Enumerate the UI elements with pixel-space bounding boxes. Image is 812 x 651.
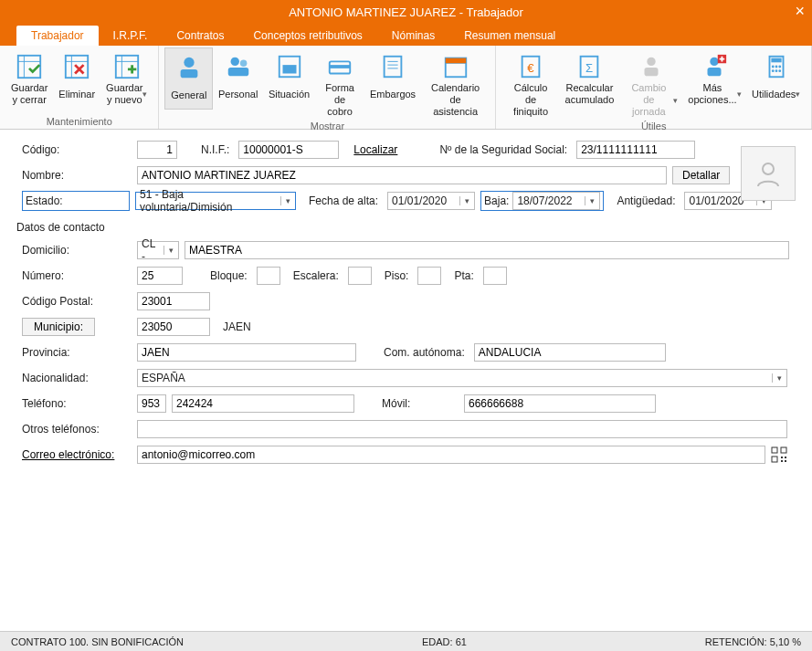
chevron-down-icon[interactable]: ▾ [772, 373, 786, 383]
codigo-label: Código: [22, 143, 132, 156]
svg-rect-7 [227, 68, 248, 76]
section-datos-contacto: Datos de contacto [16, 221, 790, 234]
baja-input[interactable]: 18/07/2022▾ [512, 192, 600, 210]
estado-select[interactable]: 51 - Baja voluntaria/Dimisión ▾ [135, 192, 296, 210]
domicilio-label: Domicilio: [22, 244, 132, 257]
group-label-mantenimiento: Mantenimiento [5, 115, 153, 129]
tab-contratos[interactable]: Contratos [162, 26, 238, 46]
recalcular-icon: Σ [573, 51, 606, 82]
svg-rect-9 [282, 65, 296, 73]
chevron-down-icon[interactable]: ▾ [459, 196, 474, 205]
svg-point-21 [711, 58, 719, 66]
situacion-icon [273, 51, 306, 82]
svg-rect-25 [771, 58, 781, 63]
codigo-input[interactable] [137, 141, 177, 159]
tab-strip: Trabajador I.R.P.F. Contratos Conceptos … [0, 24, 812, 46]
svg-point-31 [778, 69, 781, 72]
correo-label[interactable]: Correo electrónico: [22, 448, 132, 461]
svg-rect-37 [785, 457, 786, 458]
pta-input[interactable] [483, 267, 507, 285]
antiguedad-label: Antigüedad: [617, 194, 675, 207]
recalcular-button[interactable]: Σ Recalcular acumulado [560, 47, 619, 108]
forma-cobro-button[interactable]: Forma de cobro [315, 47, 364, 120]
localizar-link[interactable]: Localizar [353, 143, 397, 156]
tab-irpf[interactable]: I.R.P.F. [99, 26, 163, 46]
svg-rect-33 [772, 447, 777, 453]
calculo-finiquito-icon: € [514, 51, 547, 82]
calculo-finiquito-button[interactable]: € Cálculo de finiquito [501, 47, 559, 120]
close-icon[interactable]: × [795, 2, 805, 21]
correo-input[interactable] [137, 446, 765, 464]
svg-point-32 [763, 163, 774, 174]
nacionalidad-select[interactable]: ESPAÑA▾ [137, 369, 787, 387]
fecha-alta-label: Fecha de alta: [309, 194, 378, 207]
svg-point-6 [240, 60, 248, 68]
numero-input[interactable] [137, 267, 183, 285]
nss-label: Nº de la Seguridad Social: [439, 143, 567, 156]
svg-point-28 [778, 66, 781, 68]
avatar[interactable] [741, 146, 796, 201]
delete-icon [60, 51, 93, 82]
forma-cobro-icon [323, 51, 356, 82]
qr-icon[interactable] [771, 446, 787, 463]
tab-resumen[interactable]: Resumen mensual [449, 26, 570, 46]
personal-button[interactable]: Personal [213, 47, 263, 108]
nombre-input[interactable] [137, 166, 667, 184]
com-autonoma-input[interactable] [474, 343, 666, 362]
svg-rect-2 [116, 56, 138, 78]
svg-text:Σ: Σ [585, 61, 593, 75]
save-new-button[interactable]: Guardar y nuevo [100, 47, 153, 108]
window-title: ANTONIO MARTINEZ JUAREZ - Trabajador [289, 5, 523, 19]
save-close-button[interactable]: Guardar y cerrar [5, 47, 53, 108]
municipio-cod-input[interactable] [137, 318, 210, 336]
tab-trabajador[interactable]: Trabajador [16, 26, 99, 46]
movil-label: Móvil: [382, 397, 455, 410]
escalera-input[interactable] [348, 267, 372, 285]
embargos-button[interactable]: Embargos [364, 47, 421, 108]
telefono-label: Teléfono: [22, 397, 132, 410]
mas-opciones-button[interactable]: Más opciones... [683, 47, 747, 108]
delete-button[interactable]: Eliminar [53, 47, 100, 108]
status-retencion: RETENCIÓN: 5,10 % [705, 636, 801, 647]
cambio-jornada-button[interactable]: Cambio de jornada [619, 47, 683, 120]
fecha-alta-input[interactable]: 01/01/2020▾ [387, 192, 475, 210]
situacion-button[interactable]: Situación [263, 47, 315, 108]
cp-input[interactable] [137, 292, 210, 310]
bloque-input[interactable] [257, 267, 280, 285]
nif-input[interactable] [238, 141, 339, 159]
tab-nominas[interactable]: Nóminas [377, 26, 449, 46]
ribbon: Guardar y cerrar Eliminar Guardar y nuev… [0, 46, 812, 130]
numero-label: Número: [22, 269, 132, 282]
municipio-nombre: JAEN [223, 320, 251, 333]
domicilio-tipo-select[interactable]: CL -▾ [137, 241, 179, 259]
telefono-input[interactable] [172, 394, 354, 413]
svg-rect-12 [385, 57, 402, 78]
svg-rect-14 [445, 58, 466, 64]
ribbon-group-utiles: € Cálculo de finiquito Σ Recalcular acum… [496, 46, 812, 129]
save-new-icon [111, 51, 143, 82]
status-bar: CONTRATO 100. SIN BONIFICACIÓN EDAD: 61 … [0, 631, 812, 651]
municipio-button[interactable]: Municipio: [22, 318, 95, 336]
piso-input[interactable] [417, 267, 441, 285]
telefono-prefijo-input[interactable] [137, 394, 166, 413]
provincia-label: Provincia: [22, 346, 132, 359]
domicilio-calle-input[interactable] [185, 241, 789, 259]
calendario-button[interactable]: Calendario de asistencia [421, 47, 490, 120]
nss-input[interactable] [576, 141, 695, 159]
chevron-down-icon[interactable]: ▾ [280, 196, 295, 205]
movil-input[interactable] [464, 394, 656, 413]
detallar-button[interactable]: Detallar [672, 166, 730, 184]
otros-telefonos-input[interactable] [137, 420, 787, 438]
utilidades-button[interactable]: Utilidades [746, 47, 806, 108]
general-button[interactable]: General [164, 47, 213, 110]
svg-rect-22 [708, 68, 722, 76]
chevron-down-icon[interactable]: ▾ [585, 196, 599, 205]
provincia-input[interactable] [137, 343, 356, 362]
chevron-down-icon[interactable]: ▾ [163, 246, 178, 255]
baja-box: Baja: 18/07/2022▾ [480, 191, 604, 211]
svg-point-3 [184, 58, 194, 68]
tab-conceptos[interactable]: Conceptos retributivos [238, 26, 376, 46]
svg-point-5 [230, 58, 238, 66]
calculator-icon [760, 51, 793, 82]
avatar-icon [754, 159, 783, 188]
